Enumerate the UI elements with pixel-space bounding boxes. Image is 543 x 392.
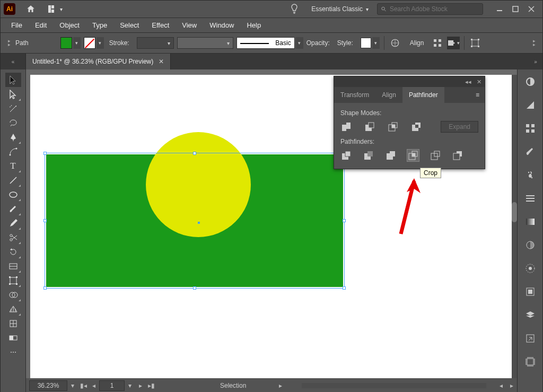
unite-icon[interactable] (340, 121, 352, 133)
maximize-button[interactable] (507, 3, 523, 15)
tab-align[interactable]: Align (375, 87, 402, 103)
options-expand-icon[interactable]: ▸▸ (6, 39, 12, 47)
magic-wand-tool[interactable] (5, 101, 21, 116)
line-segment-tool[interactable] (5, 173, 21, 187)
rotate-tool[interactable] (5, 245, 21, 259)
lasso-tool[interactable] (5, 116, 21, 130)
ellipse-tool[interactable] (5, 187, 21, 202)
minus-back-icon[interactable] (452, 150, 463, 161)
selection-bounding-box[interactable] (45, 153, 345, 289)
crop-icon[interactable] (407, 150, 419, 161)
status-menu[interactable]: ▸ (275, 380, 286, 391)
minus-front-icon[interactable] (364, 121, 375, 133)
artboard-last[interactable]: ▸▮ (146, 380, 156, 391)
graphic-style[interactable]: ▾ (361, 37, 380, 49)
artboard-number-field[interactable]: 1 (99, 380, 125, 391)
artboards-panel-icon[interactable] (522, 355, 538, 369)
resize-handle[interactable] (343, 219, 346, 222)
stroke-swatch[interactable]: ▾ (84, 37, 104, 49)
pathfinder-panel[interactable]: ◂◂ ✕ Transform Align Pathfinder ≡ Shape … (334, 76, 485, 169)
options-collapse-icon[interactable]: ▸▸ (531, 39, 537, 47)
gradient-tool[interactable] (5, 330, 21, 345)
fill-swatch[interactable]: ▾ (60, 37, 81, 49)
menu-window[interactable]: Window (203, 19, 240, 31)
exclude-icon[interactable] (410, 121, 422, 133)
menu-object[interactable]: Object (53, 19, 86, 31)
more-tools[interactable]: ⋯ (5, 345, 21, 359)
minimize-button[interactable] (492, 3, 507, 15)
hscroll-right[interactable]: ▸ (506, 380, 517, 391)
zoom-dropdown[interactable]: ▾ (67, 380, 78, 391)
appearance-panel-icon[interactable] (522, 262, 538, 275)
hscroll-left[interactable]: ◂ (496, 380, 506, 391)
type-tool[interactable]: T (5, 159, 21, 173)
menu-edit[interactable]: Edit (29, 19, 53, 31)
tab-pathfinder[interactable]: Pathfinder (402, 87, 444, 103)
artboard-next[interactable]: ▸ (135, 380, 146, 391)
recolor-artwork-icon[interactable] (389, 37, 401, 49)
paintbrush-tool[interactable] (5, 202, 21, 216)
home-button[interactable] (22, 2, 40, 16)
arrange-documents-button[interactable]: ▾ (44, 2, 67, 16)
perspective-grid-tool[interactable] (5, 302, 21, 316)
trim-icon[interactable] (363, 150, 374, 161)
artboard-prev[interactable]: ◂ (89, 380, 99, 391)
search-stock-field[interactable] (377, 3, 483, 15)
menu-effect[interactable]: Effect (145, 19, 176, 31)
expand-button[interactable]: Expand (441, 121, 478, 133)
close-button[interactable] (523, 3, 539, 15)
transform-icon[interactable] (469, 37, 481, 49)
transparency-panel-icon[interactable] (522, 238, 538, 252)
workspace-switcher[interactable]: Essentials Classic ▾ (308, 3, 372, 15)
graphic-styles-panel-icon[interactable] (522, 285, 538, 299)
pen-tool[interactable] (5, 130, 21, 144)
panel-close-icon[interactable]: ✕ (477, 79, 481, 85)
color-guide-panel-icon[interactable] (522, 98, 538, 112)
shape-builder-tool[interactable] (5, 288, 21, 302)
direct-selection-tool[interactable] (5, 87, 21, 101)
curvature-tool[interactable] (5, 144, 21, 159)
zoom-level-field[interactable]: 36.23% (29, 380, 67, 391)
artboard-first[interactable]: ▮◂ (78, 380, 89, 391)
brush-definition[interactable]: Basic ▾ (237, 37, 303, 49)
scissors-tool[interactable] (5, 230, 21, 245)
pencil-tool[interactable] (5, 216, 21, 230)
vertical-scrollbar[interactable] (512, 75, 517, 378)
canvas-area[interactable]: ◂◂ ✕ Transform Align Pathfinder ≡ Shape … (26, 69, 517, 392)
align-to-button[interactable]: ▾ (447, 37, 460, 49)
merge-icon[interactable] (385, 150, 397, 161)
resize-handle[interactable] (43, 286, 47, 290)
scroll-thumb[interactable] (512, 202, 517, 222)
document-tab[interactable]: Untitled-1* @ 36.23% (RGB/GPU Preview) ✕ (26, 54, 171, 69)
align-grid-icon[interactable] (431, 37, 444, 49)
resize-handle[interactable] (193, 152, 196, 155)
outline-icon[interactable] (430, 150, 441, 161)
tab-close-icon[interactable]: ✕ (159, 58, 164, 65)
swatches-panel-icon[interactable] (522, 121, 538, 135)
menu-select[interactable]: Select (113, 19, 145, 31)
symbols-panel-icon[interactable] (522, 168, 538, 182)
stroke-panel-icon[interactable] (522, 191, 538, 205)
resize-handle[interactable] (43, 152, 47, 155)
mesh-tool[interactable] (5, 316, 21, 330)
layers-panel-icon[interactable] (522, 308, 538, 322)
resize-handle[interactable] (343, 286, 346, 290)
tab-collapse-left[interactable]: « (1, 54, 26, 69)
artboard-dropdown[interactable]: ▾ (125, 380, 135, 391)
resize-handle[interactable] (43, 219, 47, 222)
intersect-icon[interactable] (387, 121, 399, 133)
panel-collapse-icon[interactable]: ◂◂ (465, 79, 471, 85)
menu-help[interactable]: Help (240, 19, 267, 31)
selection-tool[interactable] (5, 73, 21, 87)
stroke-weight-field[interactable]: ▾ (137, 37, 174, 49)
brushes-panel-icon[interactable] (522, 145, 538, 159)
panel-menu-icon[interactable]: ≡ (470, 91, 485, 99)
panel-collapse-right[interactable]: » (529, 54, 542, 69)
color-panel-icon[interactable] (522, 75, 538, 89)
discover-icon[interactable] (290, 4, 299, 14)
search-input[interactable] (390, 5, 479, 13)
tab-transform[interactable]: Transform (334, 87, 375, 103)
menu-type[interactable]: Type (86, 19, 113, 31)
width-tool[interactable] (5, 259, 21, 273)
divide-icon[interactable] (340, 150, 352, 161)
